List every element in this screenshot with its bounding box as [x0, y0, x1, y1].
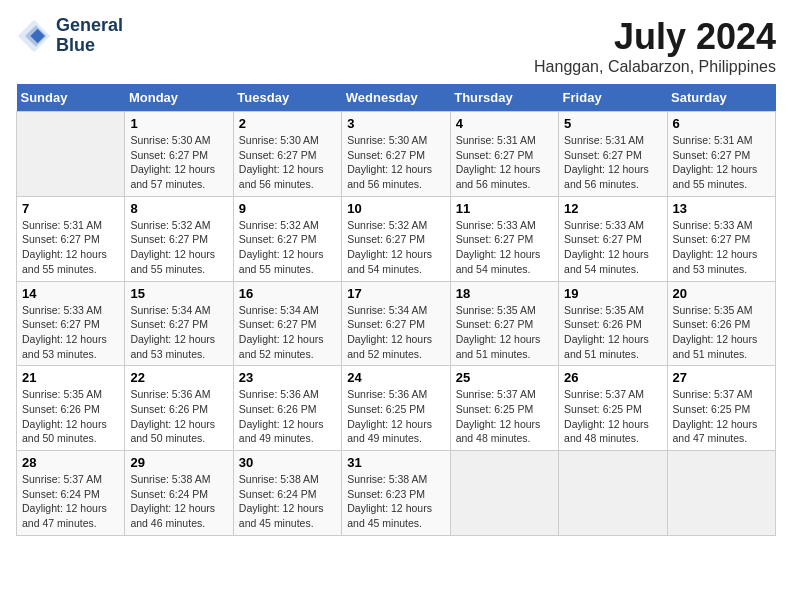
header-cell-tuesday: Tuesday — [233, 84, 341, 112]
header-cell-sunday: Sunday — [17, 84, 125, 112]
calendar-cell — [450, 451, 558, 536]
week-row-2: 7Sunrise: 5:31 AM Sunset: 6:27 PM Daylig… — [17, 196, 776, 281]
page-header: General Blue July 2024 Hanggan, Calabarz… — [16, 16, 776, 76]
day-info: Sunrise: 5:30 AM Sunset: 6:27 PM Dayligh… — [130, 133, 227, 192]
day-info: Sunrise: 5:37 AM Sunset: 6:25 PM Dayligh… — [673, 387, 770, 446]
calendar-cell: 23Sunrise: 5:36 AM Sunset: 6:26 PM Dayli… — [233, 366, 341, 451]
day-number: 14 — [22, 286, 119, 301]
calendar-cell: 17Sunrise: 5:34 AM Sunset: 6:27 PM Dayli… — [342, 281, 450, 366]
day-info: Sunrise: 5:34 AM Sunset: 6:27 PM Dayligh… — [347, 303, 444, 362]
day-number: 25 — [456, 370, 553, 385]
day-info: Sunrise: 5:36 AM Sunset: 6:25 PM Dayligh… — [347, 387, 444, 446]
day-number: 6 — [673, 116, 770, 131]
day-info: Sunrise: 5:32 AM Sunset: 6:27 PM Dayligh… — [130, 218, 227, 277]
header-row: SundayMondayTuesdayWednesdayThursdayFrid… — [17, 84, 776, 112]
day-number: 15 — [130, 286, 227, 301]
day-number: 20 — [673, 286, 770, 301]
header-cell-wednesday: Wednesday — [342, 84, 450, 112]
logo-line1: General — [56, 16, 123, 36]
day-number: 2 — [239, 116, 336, 131]
day-info: Sunrise: 5:30 AM Sunset: 6:27 PM Dayligh… — [347, 133, 444, 192]
calendar-cell: 26Sunrise: 5:37 AM Sunset: 6:25 PM Dayli… — [559, 366, 667, 451]
week-row-3: 14Sunrise: 5:33 AM Sunset: 6:27 PM Dayli… — [17, 281, 776, 366]
day-info: Sunrise: 5:32 AM Sunset: 6:27 PM Dayligh… — [347, 218, 444, 277]
day-info: Sunrise: 5:33 AM Sunset: 6:27 PM Dayligh… — [456, 218, 553, 277]
header-cell-monday: Monday — [125, 84, 233, 112]
day-info: Sunrise: 5:36 AM Sunset: 6:26 PM Dayligh… — [239, 387, 336, 446]
calendar-cell: 6Sunrise: 5:31 AM Sunset: 6:27 PM Daylig… — [667, 112, 775, 197]
day-number: 16 — [239, 286, 336, 301]
calendar-cell: 9Sunrise: 5:32 AM Sunset: 6:27 PM Daylig… — [233, 196, 341, 281]
day-number: 13 — [673, 201, 770, 216]
day-info: Sunrise: 5:35 AM Sunset: 6:26 PM Dayligh… — [673, 303, 770, 362]
subtitle: Hanggan, Calabarzon, Philippines — [534, 58, 776, 76]
day-info: Sunrise: 5:31 AM Sunset: 6:27 PM Dayligh… — [673, 133, 770, 192]
day-number: 22 — [130, 370, 227, 385]
calendar-cell: 10Sunrise: 5:32 AM Sunset: 6:27 PM Dayli… — [342, 196, 450, 281]
day-number: 11 — [456, 201, 553, 216]
day-info: Sunrise: 5:33 AM Sunset: 6:27 PM Dayligh… — [673, 218, 770, 277]
day-number: 24 — [347, 370, 444, 385]
day-number: 27 — [673, 370, 770, 385]
day-info: Sunrise: 5:36 AM Sunset: 6:26 PM Dayligh… — [130, 387, 227, 446]
calendar-cell: 24Sunrise: 5:36 AM Sunset: 6:25 PM Dayli… — [342, 366, 450, 451]
day-info: Sunrise: 5:37 AM Sunset: 6:25 PM Dayligh… — [456, 387, 553, 446]
day-info: Sunrise: 5:34 AM Sunset: 6:27 PM Dayligh… — [130, 303, 227, 362]
day-number: 23 — [239, 370, 336, 385]
calendar-cell: 19Sunrise: 5:35 AM Sunset: 6:26 PM Dayli… — [559, 281, 667, 366]
week-row-1: 1Sunrise: 5:30 AM Sunset: 6:27 PM Daylig… — [17, 112, 776, 197]
calendar-cell: 1Sunrise: 5:30 AM Sunset: 6:27 PM Daylig… — [125, 112, 233, 197]
day-info: Sunrise: 5:37 AM Sunset: 6:24 PM Dayligh… — [22, 472, 119, 531]
day-info: Sunrise: 5:31 AM Sunset: 6:27 PM Dayligh… — [22, 218, 119, 277]
calendar-cell: 2Sunrise: 5:30 AM Sunset: 6:27 PM Daylig… — [233, 112, 341, 197]
calendar-cell: 14Sunrise: 5:33 AM Sunset: 6:27 PM Dayli… — [17, 281, 125, 366]
calendar-cell: 8Sunrise: 5:32 AM Sunset: 6:27 PM Daylig… — [125, 196, 233, 281]
calendar-cell: 30Sunrise: 5:38 AM Sunset: 6:24 PM Dayli… — [233, 451, 341, 536]
day-info: Sunrise: 5:38 AM Sunset: 6:24 PM Dayligh… — [130, 472, 227, 531]
day-number: 19 — [564, 286, 661, 301]
calendar-cell: 12Sunrise: 5:33 AM Sunset: 6:27 PM Dayli… — [559, 196, 667, 281]
week-row-5: 28Sunrise: 5:37 AM Sunset: 6:24 PM Dayli… — [17, 451, 776, 536]
day-number: 31 — [347, 455, 444, 470]
day-info: Sunrise: 5:33 AM Sunset: 6:27 PM Dayligh… — [22, 303, 119, 362]
header-cell-saturday: Saturday — [667, 84, 775, 112]
day-number: 4 — [456, 116, 553, 131]
week-row-4: 21Sunrise: 5:35 AM Sunset: 6:26 PM Dayli… — [17, 366, 776, 451]
calendar-cell: 7Sunrise: 5:31 AM Sunset: 6:27 PM Daylig… — [17, 196, 125, 281]
calendar-cell: 25Sunrise: 5:37 AM Sunset: 6:25 PM Dayli… — [450, 366, 558, 451]
day-info: Sunrise: 5:35 AM Sunset: 6:26 PM Dayligh… — [564, 303, 661, 362]
calendar-table: SundayMondayTuesdayWednesdayThursdayFrid… — [16, 84, 776, 536]
calendar-cell: 29Sunrise: 5:38 AM Sunset: 6:24 PM Dayli… — [125, 451, 233, 536]
calendar-cell: 31Sunrise: 5:38 AM Sunset: 6:23 PM Dayli… — [342, 451, 450, 536]
day-info: Sunrise: 5:38 AM Sunset: 6:23 PM Dayligh… — [347, 472, 444, 531]
day-info: Sunrise: 5:35 AM Sunset: 6:27 PM Dayligh… — [456, 303, 553, 362]
day-number: 17 — [347, 286, 444, 301]
day-info: Sunrise: 5:33 AM Sunset: 6:27 PM Dayligh… — [564, 218, 661, 277]
calendar-cell: 27Sunrise: 5:37 AM Sunset: 6:25 PM Dayli… — [667, 366, 775, 451]
calendar-cell: 16Sunrise: 5:34 AM Sunset: 6:27 PM Dayli… — [233, 281, 341, 366]
logo-line2: Blue — [56, 36, 123, 56]
calendar-cell — [17, 112, 125, 197]
day-info: Sunrise: 5:32 AM Sunset: 6:27 PM Dayligh… — [239, 218, 336, 277]
title-block: July 2024 Hanggan, Calabarzon, Philippin… — [534, 16, 776, 76]
calendar-cell: 13Sunrise: 5:33 AM Sunset: 6:27 PM Dayli… — [667, 196, 775, 281]
calendar-cell: 3Sunrise: 5:30 AM Sunset: 6:27 PM Daylig… — [342, 112, 450, 197]
logo: General Blue — [16, 16, 123, 56]
day-number: 18 — [456, 286, 553, 301]
day-number: 9 — [239, 201, 336, 216]
header-cell-thursday: Thursday — [450, 84, 558, 112]
header-cell-friday: Friday — [559, 84, 667, 112]
calendar-cell — [667, 451, 775, 536]
day-number: 1 — [130, 116, 227, 131]
calendar-cell: 21Sunrise: 5:35 AM Sunset: 6:26 PM Dayli… — [17, 366, 125, 451]
day-info: Sunrise: 5:34 AM Sunset: 6:27 PM Dayligh… — [239, 303, 336, 362]
day-number: 30 — [239, 455, 336, 470]
calendar-cell: 20Sunrise: 5:35 AM Sunset: 6:26 PM Dayli… — [667, 281, 775, 366]
main-title: July 2024 — [534, 16, 776, 58]
day-number: 12 — [564, 201, 661, 216]
calendar-cell: 15Sunrise: 5:34 AM Sunset: 6:27 PM Dayli… — [125, 281, 233, 366]
day-number: 28 — [22, 455, 119, 470]
day-info: Sunrise: 5:31 AM Sunset: 6:27 PM Dayligh… — [456, 133, 553, 192]
day-number: 8 — [130, 201, 227, 216]
day-number: 7 — [22, 201, 119, 216]
